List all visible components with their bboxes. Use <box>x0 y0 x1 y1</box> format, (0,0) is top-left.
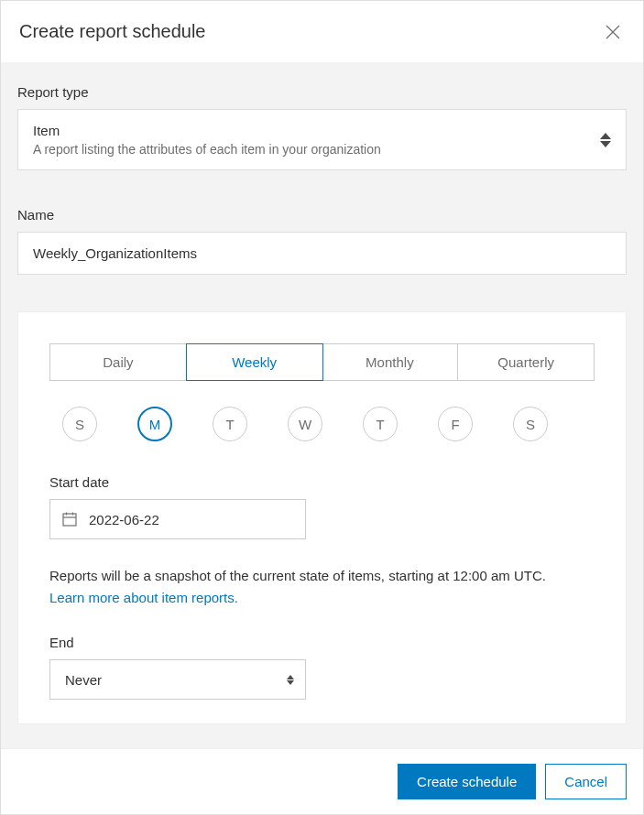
name-label: Name <box>17 207 627 223</box>
svg-rect-4 <box>63 514 76 526</box>
close-button[interactable] <box>603 22 623 42</box>
tab-quarterly[interactable]: Quarterly <box>458 344 594 380</box>
report-type-description: A report listing the attributes of each … <box>33 142 600 157</box>
info-text: Reports will be a snapshot of the curren… <box>49 565 595 609</box>
dialog-header: Create report schedule <box>1 1 643 62</box>
start-date-label: Start date <box>49 474 595 490</box>
end-label: End <box>49 635 595 650</box>
schedule-panel: Daily Weekly Monthly Quarterly S M T W T… <box>17 311 627 724</box>
day-wednesday[interactable]: W <box>288 407 322 441</box>
frequency-tabs: Daily Weekly Monthly Quarterly <box>49 343 595 381</box>
tab-daily[interactable]: Daily <box>50 344 187 380</box>
dialog-footer: Create schedule Cancel <box>1 748 643 814</box>
cancel-button[interactable]: Cancel <box>545 764 627 799</box>
day-friday[interactable]: F <box>438 407 473 441</box>
day-sunday[interactable]: S <box>62 407 97 441</box>
report-type-label: Report type <box>17 84 627 100</box>
close-icon <box>605 24 621 40</box>
end-select[interactable]: Never <box>49 659 306 700</box>
tab-weekly[interactable]: Weekly <box>186 343 323 381</box>
svg-marker-9 <box>287 680 294 685</box>
start-date-input[interactable]: 2022-06-22 <box>49 499 306 539</box>
day-saturday[interactable]: S <box>513 407 548 441</box>
start-date-value: 2022-06-22 <box>89 512 159 527</box>
day-monday[interactable]: M <box>137 407 172 441</box>
day-thursday[interactable]: T <box>363 407 398 441</box>
report-type-select[interactable]: Item A report listing the attributes of … <box>17 109 627 170</box>
name-input[interactable] <box>17 232 627 275</box>
tab-monthly[interactable]: Monthly <box>322 344 459 380</box>
svg-marker-2 <box>600 133 611 139</box>
learn-more-link[interactable]: Learn more about item reports. <box>49 590 238 605</box>
dialog-title: Create report schedule <box>19 21 205 42</box>
svg-marker-8 <box>287 675 294 679</box>
end-value: Never <box>65 672 102 688</box>
info-text-content: Reports will be a snapshot of the curren… <box>49 568 546 583</box>
updown-icon <box>287 675 294 685</box>
svg-marker-3 <box>600 141 611 147</box>
updown-icon <box>600 133 611 147</box>
day-tuesday[interactable]: T <box>213 407 247 441</box>
dialog-body: Report type Item A report listing the at… <box>1 62 643 748</box>
create-schedule-button[interactable]: Create schedule <box>398 764 536 799</box>
day-of-week-row: S M T W T F S <box>49 407 595 441</box>
calendar-icon <box>61 511 78 527</box>
report-type-value: Item <box>33 123 600 138</box>
